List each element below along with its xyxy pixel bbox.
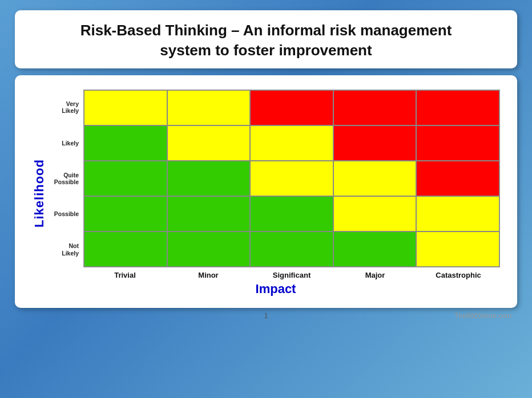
row-labels-and-grid: VeryLikelyLikelyQuitePossiblePossibleNot… [51, 90, 500, 267]
cell-r3-c2 [250, 196, 333, 232]
cell-r3-c4 [416, 196, 499, 232]
cell-r1-c4 [416, 125, 499, 161]
matrix-inner: VeryLikelyLikelyQuitePossiblePossibleNot… [51, 90, 500, 297]
cell-r3-c1 [167, 196, 251, 232]
cell-r2-c0 [84, 161, 167, 196]
cell-r2-c4 [416, 161, 499, 196]
cell-r1-c3 [333, 125, 417, 161]
brand-label: The9000store.com [437, 312, 511, 320]
y-axis-label: Likelihood [32, 159, 47, 228]
x-axis-label: Impact [51, 282, 500, 297]
risk-grid [83, 90, 500, 267]
cell-r1-c2 [250, 125, 333, 161]
page-title: Risk-Based Thinking – An informal risk m… [32, 21, 500, 60]
row-label-4: Not Likely [51, 232, 81, 267]
footer: 1 The9000store.com [15, 311, 517, 320]
cell-r4-c1 [167, 232, 251, 267]
matrix-wrapper: Likelihood VeryLikelyLikelyQuitePossible… [32, 90, 500, 297]
row-label-0: VeryLikely [51, 90, 81, 125]
cell-r4-c0 [84, 232, 167, 267]
cell-r3-c0 [84, 196, 167, 232]
cell-r1-c1 [167, 125, 251, 161]
row-label-1: Likely [51, 125, 81, 161]
cell-r4-c2 [250, 232, 333, 267]
cell-r2-c3 [333, 161, 417, 196]
col-label-4: Catastrophic [417, 271, 500, 279]
main-card: Likelihood VeryLikelyLikelyQuitePossible… [15, 75, 517, 308]
cell-r4-c4 [416, 232, 499, 267]
cell-r2-c1 [167, 161, 251, 196]
row-label-3: Possible [51, 196, 81, 232]
cell-r0-c0 [84, 90, 167, 125]
cell-r3-c3 [333, 196, 417, 232]
cell-r4-c3 [333, 232, 417, 267]
col-label-3: Major [333, 271, 417, 279]
col-label-1: Minor [167, 271, 250, 279]
cell-r0-c4 [416, 90, 499, 125]
col-labels: TrivialMinorSignificantMajorCatastrophic [83, 271, 500, 279]
cell-r1-c0 [84, 125, 167, 161]
cell-r2-c2 [250, 161, 333, 196]
row-labels: VeryLikelyLikelyQuitePossiblePossibleNot… [51, 90, 81, 267]
page-number: 1 [95, 311, 437, 320]
title-card: Risk-Based Thinking – An informal risk m… [15, 10, 517, 68]
cell-r0-c3 [333, 90, 417, 125]
col-label-2: Significant [250, 271, 333, 279]
row-label-2: QuitePossible [51, 161, 81, 196]
cell-r0-c1 [167, 90, 251, 125]
col-label-0: Trivial [83, 271, 167, 279]
cell-r0-c2 [250, 90, 333, 125]
